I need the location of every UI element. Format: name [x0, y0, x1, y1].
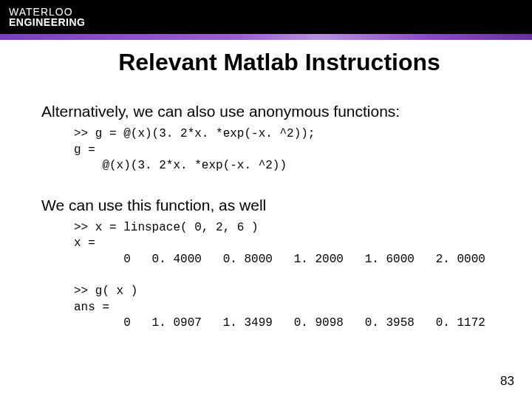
logo-line-2: ENGINEERING — [9, 17, 86, 27]
logo-line-1: WATERLOO — [9, 7, 86, 17]
page-title: Relevant Matlab Instructions — [56, 49, 502, 76]
section-1-code: >> g = @(x)(3. 2*x. *exp(-x. ^2)); g = @… — [74, 126, 502, 174]
page-number: 83 — [500, 374, 514, 389]
section-2: We can use this function, as well >> x =… — [41, 197, 502, 332]
section-2-intro: We can use this function, as well — [41, 197, 502, 214]
accent-bar — [0, 34, 532, 40]
logo: WATERLOO ENGINEERING — [0, 7, 86, 27]
header-band: WATERLOO ENGINEERING — [0, 0, 532, 34]
content-area: Relevant Matlab Instructions Alternative… — [0, 40, 532, 332]
section-1-intro: Alternatively, we can also use anonymous… — [41, 103, 502, 120]
section-1: Alternatively, we can also use anonymous… — [41, 103, 502, 174]
section-2-code: >> x = linspace( 0, 2, 6 ) x = 0 0. 4000… — [74, 220, 502, 332]
